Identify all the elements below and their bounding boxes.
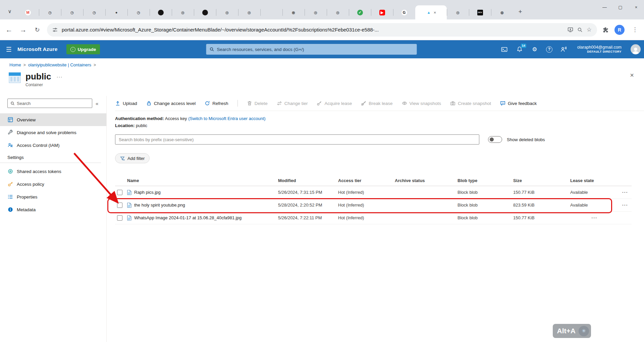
blob-name[interactable]: WhatsApp Image 2024-01-17 at 15.06.28_40… (134, 215, 241, 220)
notifications-bell-icon[interactable]: 14 (516, 46, 523, 53)
row-menu-button[interactable]: ⋯ (570, 214, 618, 221)
view-snapshots-button[interactable]: View snapshots (402, 101, 441, 106)
browser-tab[interactable] (194, 5, 216, 19)
table-row[interactable]: WhatsApp Image 2024-01-17 at 15.06.28_40… (115, 212, 632, 224)
browser-tab[interactable] (260, 5, 282, 19)
create-snapshot-button[interactable]: Create snapshot (450, 101, 491, 106)
blob-name[interactable]: the holy spirit youtube.png (134, 203, 185, 208)
browser-profile-avatar[interactable]: R (614, 25, 625, 35)
refresh-button[interactable]: Refresh (205, 101, 228, 106)
blob-prefix-search-input[interactable] (115, 134, 479, 145)
cloud-shell-icon[interactable] (501, 46, 508, 53)
browser-tab[interactable]: ◎ (327, 5, 349, 19)
blade-close-icon[interactable]: × (630, 72, 634, 78)
table-row[interactable]: Raph pics.jpg 5/26/2024, 7:31:15 PM Hot … (115, 186, 632, 199)
sidebar-search-input[interactable] (17, 101, 89, 106)
account-avatar[interactable] (631, 44, 641, 54)
reload-button[interactable]: ↻ (33, 26, 42, 34)
breadcrumb-home-link[interactable]: Home (9, 62, 21, 67)
upload-button[interactable]: Upload (115, 101, 137, 106)
browser-tab[interactable]: ◷ (83, 5, 105, 19)
sidebar-item-properties[interactable]: Properties (0, 190, 106, 203)
tab-search-button[interactable]: ∨ (4, 6, 15, 17)
extensions-icon[interactable] (602, 27, 608, 33)
forward-button[interactable]: → (19, 26, 28, 34)
browser-tab[interactable]: ◎ (305, 5, 327, 19)
browser-tab[interactable]: ● (105, 5, 127, 19)
site-settings-icon[interactable] (52, 27, 58, 33)
back-button[interactable]: ← (5, 26, 13, 34)
azure-search-bar[interactable] (206, 44, 417, 55)
column-header-modified[interactable]: Modified (278, 178, 338, 183)
break-lease-button[interactable]: Break lease (361, 101, 392, 106)
sidebar-collapse-button[interactable]: « (96, 101, 98, 106)
search-in-page-icon[interactable] (577, 27, 583, 33)
address-bar[interactable]: portal.azure.com/#view/Microsoft_Azure_S… (47, 23, 597, 37)
browser-tab[interactable]: ◍ (491, 5, 513, 19)
blob-name[interactable]: Raph pics.jpg (134, 190, 161, 195)
hamburger-menu-icon[interactable]: ☰ (0, 46, 17, 53)
browser-tab[interactable]: ◷ (61, 5, 83, 19)
title-more-menu[interactable]: ··· (57, 74, 63, 79)
feedback-icon[interactable] (560, 46, 568, 53)
column-header-archive-status[interactable]: Archive status (395, 178, 458, 183)
breadcrumb-containers-link[interactable]: olaniyipublicwebsite | Containers (28, 62, 91, 67)
row-checkbox[interactable] (117, 215, 122, 221)
browser-menu-icon[interactable]: ⋮ (631, 26, 639, 33)
install-app-icon[interactable] (568, 27, 573, 33)
browser-tab[interactable]: ◎ (172, 5, 194, 19)
delete-button[interactable]: Delete (247, 101, 268, 106)
row-menu-button[interactable]: ⋯ (618, 189, 632, 196)
column-header-name[interactable]: Name (127, 178, 278, 183)
row-checkbox[interactable] (117, 190, 122, 195)
column-header-blob-type[interactable]: Blob type (458, 178, 513, 183)
browser-tab[interactable] (150, 5, 172, 19)
change-tier-button[interactable]: Change tier (277, 101, 308, 106)
tab-close-icon[interactable]: × (434, 10, 436, 15)
sidebar-item-diagnose[interactable]: Diagnose and solve problems (0, 126, 106, 139)
sidebar-item-access-policy[interactable]: Access policy (0, 178, 106, 190)
give-feedback-button[interactable]: Give feedback (500, 101, 537, 106)
browser-tab[interactable]: M (17, 5, 39, 19)
switch-entra-link[interactable]: (Switch to Microsoft Entra user account) (188, 116, 265, 121)
browser-tab[interactable]: ◷ (39, 5, 61, 19)
sidebar-item-shared-access-tokens[interactable]: Shared access tokens (0, 165, 106, 178)
browser-tab[interactable]: DEV (469, 5, 491, 19)
browser-tab[interactable]: ✓ (349, 5, 371, 19)
window-maximize-button[interactable]: ▢ (612, 0, 628, 14)
row-checkbox[interactable] (117, 203, 122, 208)
browser-tab-active[interactable]: ▲× (415, 5, 447, 19)
browser-tab[interactable]: ◷ (127, 5, 150, 19)
shortcut-overlay-badge[interactable]: Alt+A ✳ (553, 324, 591, 338)
table-row-highlighted[interactable]: the holy spirit youtube.png 5/28/2024, 2… (115, 199, 632, 212)
bookmark-star-icon[interactable]: ☆ (587, 26, 592, 33)
acquire-lease-button[interactable]: Acquire lease (317, 101, 352, 106)
sidebar-item-overview[interactable]: Overview (0, 113, 106, 126)
column-header-lease-state[interactable]: Lease state (570, 178, 618, 183)
browser-tab[interactable]: G (393, 5, 415, 19)
help-icon[interactable]: ? (546, 46, 552, 53)
column-header-access-tier[interactable]: Access tier (338, 178, 395, 183)
sidebar-search[interactable] (7, 99, 92, 108)
browser-tab[interactable]: ◎ (447, 5, 469, 19)
new-tab-button[interactable]: + (515, 7, 525, 17)
upgrade-button[interactable]: ↑ Upgrade (66, 44, 100, 54)
window-minimize-button[interactable]: — (597, 0, 612, 14)
browser-tab[interactable]: ◉ (282, 5, 305, 19)
add-filter-button[interactable]: Add filter (115, 153, 150, 163)
browser-tab[interactable]: ▶ (371, 5, 393, 19)
url-text[interactable]: portal.azure.com/#view/Microsoft_Azure_S… (62, 27, 564, 33)
sidebar-item-metadata[interactable]: Metadata (0, 203, 106, 216)
window-close-button[interactable]: × (628, 0, 644, 14)
change-access-level-button[interactable]: Change access level (146, 101, 196, 106)
show-deleted-blobs-toggle[interactable] (488, 136, 502, 143)
azure-brand[interactable]: Microsoft Azure (17, 46, 58, 52)
column-header-size[interactable]: Size (513, 178, 570, 183)
sidebar-item-access-control[interactable]: Access Control (IAM) (0, 139, 106, 152)
browser-tab[interactable]: ◎ (238, 5, 260, 19)
row-menu-button[interactable]: ⋯ (618, 202, 632, 209)
account-info[interactable]: olaraph004@gmail.com DEFAULT DIRECTORY (577, 45, 622, 54)
azure-search-input[interactable] (217, 47, 414, 52)
browser-tab[interactable]: ◎ (216, 5, 238, 19)
settings-gear-icon[interactable]: ⚙ (531, 46, 538, 53)
